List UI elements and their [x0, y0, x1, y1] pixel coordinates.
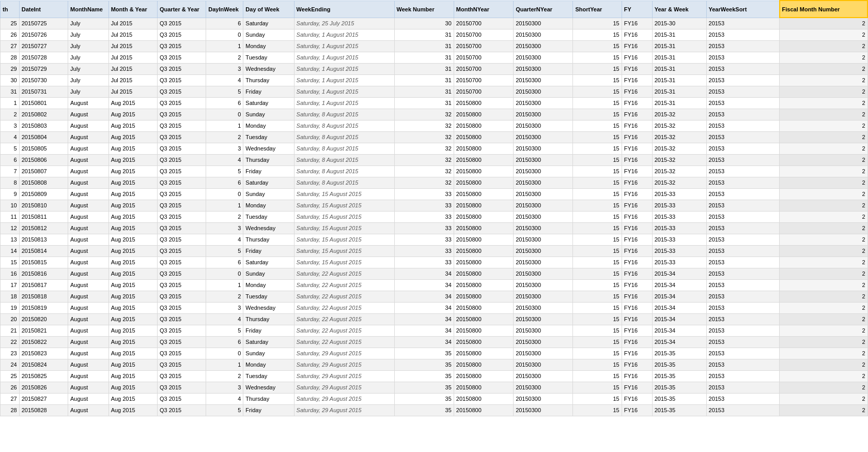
table-row[interactable]: 820150808AugustAug 2015Q3 20156SaturdayS…	[1, 177, 868, 188]
cell-dateint: 20150805	[19, 143, 68, 154]
cell-fiscalmonth: 2	[780, 370, 867, 382]
column-header-row[interactable]: th	[1, 1, 20, 18]
column-header-yearweeksort[interactable]: YearWeekSort	[706, 1, 780, 18]
cell-monthnyear: 20150700	[454, 40, 513, 52]
cell-weeknumber: 35	[394, 370, 454, 382]
table-row[interactable]: 1120150811AugustAug 2015Q3 20152TuesdayS…	[1, 211, 868, 222]
cell-weekending: Saturday, 22 August 2015	[294, 268, 394, 279]
cell-fiscalmonth: 2	[780, 313, 867, 325]
cell-shortyear: 15	[573, 222, 622, 234]
cell-dayinweek: 3	[206, 63, 243, 74]
cell-quarternyr: 20150300	[514, 257, 573, 268]
table-row[interactable]: 1520150815AugustAug 2015Q3 20156Saturday…	[1, 257, 868, 268]
cell-row: 5	[1, 143, 20, 154]
cell-fiscalmonth: 2	[780, 188, 867, 200]
cell-dayinweek: 1	[206, 200, 243, 211]
cell-monthyear: Aug 2015	[109, 131, 157, 143]
table-row[interactable]: 620150806AugustAug 2015Q3 20154ThursdayS…	[1, 154, 868, 165]
table-row[interactable]: 1620150816AugustAug 2015Q3 20150SundaySa…	[1, 268, 868, 279]
table-row[interactable]: 3020150730JulyJul 2015Q3 20154ThursdaySa…	[1, 74, 868, 86]
cell-fy: FY16	[622, 257, 652, 268]
column-header-monthname[interactable]: MonthName	[68, 1, 109, 18]
table-row[interactable]: 2720150727JulyJul 2015Q3 20151MondaySatu…	[1, 40, 868, 52]
cell-quarteryear: Q3 2015	[157, 279, 206, 291]
cell-fy: FY16	[622, 313, 652, 325]
column-header-dayinweek[interactable]: DayInWeek	[206, 1, 243, 18]
column-header-shortyear[interactable]: ShortYear	[573, 1, 622, 18]
table-row[interactable]: 2820150728JulyJul 2015Q3 20152TuesdaySat…	[1, 52, 868, 63]
column-header-dayofweek[interactable]: Day of Week	[243, 1, 294, 18]
table-row[interactable]: 2520150825AugustAug 2015Q3 20152TuesdayS…	[1, 370, 868, 382]
cell-monthnyear: 20150800	[454, 336, 513, 348]
column-header-fiscalmonth[interactable]: Fiscal Month Number	[780, 1, 867, 18]
cell-dayinweek: 6	[206, 257, 243, 268]
column-header-weekending[interactable]: WeekEnding	[294, 1, 394, 18]
cell-dayofweek: Thursday	[243, 313, 294, 325]
table-row[interactable]: 2420150824AugustAug 2015Q3 20151MondaySa…	[1, 359, 868, 370]
cell-monthyear: Jul 2015	[109, 18, 157, 29]
cell-dayofweek: Monday	[243, 40, 294, 52]
table-row[interactable]: 2620150726JulyJul 2015Q3 20150SundaySatu…	[1, 29, 868, 40]
column-header-monthnyear[interactable]: MonthNYear	[454, 1, 513, 18]
cell-yearweek: 2015-33	[652, 245, 706, 257]
column-header-dateint[interactable]: DateInt	[19, 1, 68, 18]
table-row[interactable]: 1720150817AugustAug 2015Q3 20151MondaySa…	[1, 279, 868, 291]
table-row[interactable]: 2320150823AugustAug 2015Q3 20150SundaySa…	[1, 348, 868, 359]
column-header-quarteryear[interactable]: Quarter & Year	[157, 1, 206, 18]
cell-row: 2	[1, 109, 20, 120]
cell-dayofweek: Sunday	[243, 109, 294, 120]
column-header-quarternyr[interactable]: QuarterNYear	[514, 1, 573, 18]
cell-weeknumber: 32	[394, 131, 454, 143]
cell-row: 21	[1, 325, 20, 336]
table-row[interactable]: 2120150821AugustAug 2015Q3 20155FridaySa…	[1, 325, 868, 336]
column-header-yearweek[interactable]: Year & Week	[652, 1, 706, 18]
cell-weekending: Saturday, 8 August 2015	[294, 120, 394, 131]
cell-quarternyr: 20150300	[514, 74, 573, 86]
cell-shortyear: 15	[573, 177, 622, 188]
cell-row: 25	[1, 18, 20, 29]
table-row[interactable]: 1920150819AugustAug 2015Q3 20153Wednesda…	[1, 302, 868, 313]
cell-monthyear: Aug 2015	[109, 234, 157, 245]
cell-monthnyear: 20150700	[454, 86, 513, 97]
cell-monthname: August	[68, 109, 109, 120]
column-header-fy[interactable]: FY	[622, 1, 652, 18]
table-row[interactable]: 920150809AugustAug 2015Q3 20150SundaySat…	[1, 188, 868, 200]
table-row[interactable]: 520150805AugustAug 2015Q3 20153Wednesday…	[1, 143, 868, 154]
table-row[interactable]: 1020150810AugustAug 2015Q3 20151MondaySa…	[1, 200, 868, 211]
table-row[interactable]: 1420150814AugustAug 2015Q3 20155FridaySa…	[1, 245, 868, 257]
table-row[interactable]: 1220150812AugustAug 2015Q3 20153Wednesda…	[1, 222, 868, 234]
table-row[interactable]: 1320150813AugustAug 2015Q3 20154Thursday…	[1, 234, 868, 245]
cell-weeknumber: 32	[394, 177, 454, 188]
cell-quarteryear: Q3 2015	[157, 336, 206, 348]
column-header-monthyear[interactable]: Month & Year	[109, 1, 157, 18]
cell-monthyear: Aug 2015	[109, 245, 157, 257]
cell-dayofweek: Thursday	[243, 74, 294, 86]
cell-fiscalmonth: 2	[780, 359, 867, 370]
table-row[interactable]: 720150807AugustAug 2015Q3 20155FridaySat…	[1, 165, 868, 177]
cell-fiscalmonth: 2	[780, 291, 867, 302]
cell-quarternyr: 20150300	[514, 109, 573, 120]
table-row[interactable]: 420150804AugustAug 2015Q3 20152TuesdaySa…	[1, 131, 868, 143]
cell-weekending: Saturday, 1 August 2015	[294, 74, 394, 86]
column-header-weeknumber[interactable]: Week Number	[394, 1, 454, 18]
cell-row: 6	[1, 154, 20, 165]
cell-yearweeksort: 20153	[706, 52, 780, 63]
table-row[interactable]: 220150802AugustAug 2015Q3 20150SundaySat…	[1, 109, 868, 120]
table-row[interactable]: 2720150827AugustAug 2015Q3 20154Thursday…	[1, 393, 868, 404]
cell-monthnyear: 20150800	[454, 268, 513, 279]
cell-monthname: August	[68, 97, 109, 109]
cell-row: 28	[1, 404, 20, 416]
table-row[interactable]: 2820150828AugustAug 2015Q3 20155FridaySa…	[1, 404, 868, 416]
table-row[interactable]: 2020150820AugustAug 2015Q3 20154Thursday…	[1, 313, 868, 325]
cell-weeknumber: 33	[394, 257, 454, 268]
table-row[interactable]: 2920150729JulyJul 2015Q3 20153WednesdayS…	[1, 63, 868, 74]
cell-fy: FY16	[622, 291, 652, 302]
table-row[interactable]: 2220150822AugustAug 2015Q3 20156Saturday…	[1, 336, 868, 348]
table-row[interactable]: 2620150826AugustAug 2015Q3 20153Wednesda…	[1, 382, 868, 393]
table-row[interactable]: 2520150725JulyJul 2015Q3 20156SaturdaySa…	[1, 18, 868, 29]
table-row[interactable]: 120150801AugustAug 2015Q3 20156SaturdayS…	[1, 97, 868, 109]
table-row[interactable]: 1820150818AugustAug 2015Q3 20152TuesdayS…	[1, 291, 868, 302]
table-row[interactable]: 3120150731JulyJul 2015Q3 20155FridaySatu…	[1, 86, 868, 97]
table-row[interactable]: 320150803AugustAug 2015Q3 20151MondaySat…	[1, 120, 868, 131]
cell-monthyear: Aug 2015	[109, 325, 157, 336]
